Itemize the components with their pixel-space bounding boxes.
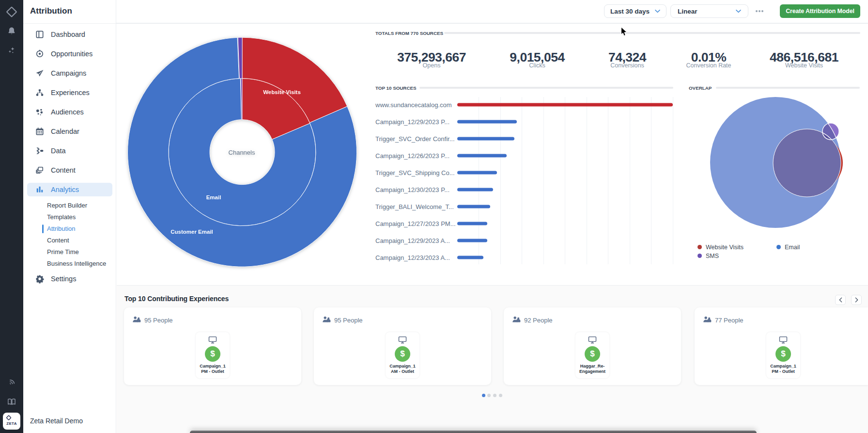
svg-text:Customer Email: Customer Email: [170, 229, 213, 235]
svg-text:Website Visits: Website Visits: [263, 89, 301, 95]
svg-text:Email: Email: [206, 194, 221, 200]
svg-text:Channels: Channels: [229, 149, 255, 156]
